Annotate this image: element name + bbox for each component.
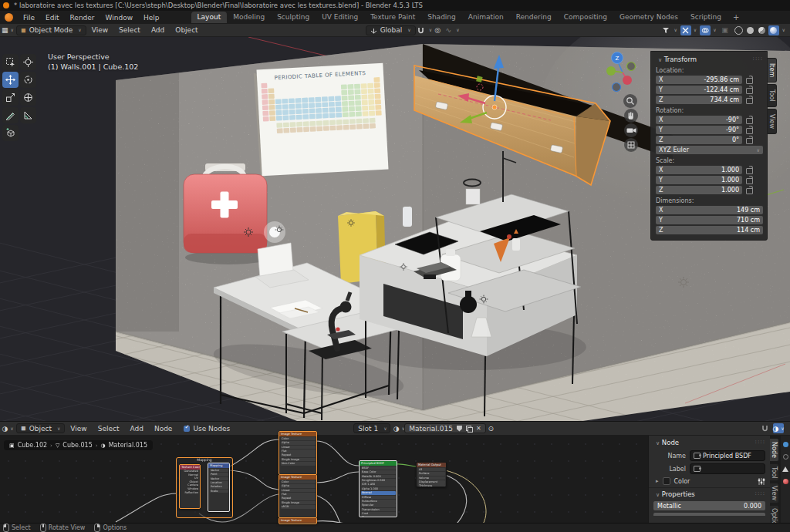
periodic-table-poster[interactable]: PERIODIC TABLE OF ELEMENTS [254,63,389,181]
tab-tool[interactable]: Tool [770,463,779,482]
scene-properties-icon[interactable] [783,454,788,460]
node-header[interactable]: Image Texture [279,475,316,480]
material-browse-icon[interactable]: ◑∨ [393,423,404,433]
dimensions-y-field[interactable]: Y710 cm [656,216,763,224]
node-field[interactable]: IOR 1.450 [361,483,396,487]
tool-select-box[interactable] [2,54,19,70]
tool-rotate[interactable] [20,72,36,88]
node-field[interactable]: Specular [361,503,396,507]
proportional-edit-icon[interactable]: ◎ [432,25,443,35]
shading-material-icon[interactable] [757,25,768,35]
node-header[interactable]: Image Texture [279,432,316,436]
tab-node[interactable]: Node [770,438,779,462]
node-field[interactable]: All [418,468,445,472]
tab-geometry-nodes[interactable]: Geometry Nodes [613,12,684,23]
node-field[interactable]: Sheen [361,516,396,517]
rotation-z-field[interactable]: Z0° [656,136,742,144]
breadcrumb-mesh[interactable]: Cube.015 [62,442,92,449]
tab-animation[interactable]: Animation [462,12,510,23]
tab-compositing[interactable]: Compositing [558,12,613,23]
rotation-mode-dropdown[interactable]: XYZ Euler∨ [656,146,763,154]
tab-view[interactable]: View [768,109,777,134]
node-field[interactable]: Base Color [361,470,396,474]
node-mapping[interactable]: Mapping VectorPointVectorLocationRotatio… [208,463,230,512]
node-field[interactable]: Color [281,480,316,484]
mode-dropdown[interactable]: ◼ Object Mode∨ [16,25,86,35]
sliders-icon[interactable] [758,478,765,485]
node-field[interactable]: Metallic 0.000 [361,475,396,479]
node-field[interactable]: Diffuse [361,496,396,500]
tool-cursor[interactable] [20,54,36,70]
node-field[interactable]: Transmission [361,508,396,512]
node-field[interactable]: Location [210,481,228,485]
location-x-field[interactable]: X-295.86 cm [656,76,742,84]
tab-tool[interactable]: Tool [768,84,777,107]
node-field[interactable]: Rotation [210,485,228,489]
scale-y-field[interactable]: Y1.000 [656,176,742,184]
node-header[interactable]: Material Output [417,463,446,467]
shader-menu-select[interactable]: Select [93,425,125,433]
lock-icon[interactable] [746,98,753,104]
node-field[interactable]: Thickness [418,484,445,487]
node-field[interactable]: Roughness 0.500 [361,479,396,483]
shading-wireframe-icon[interactable] [734,25,744,35]
node-output-socket[interactable]: Reflection [180,491,200,495]
node-field[interactable]: Scale [210,490,228,493]
overlays-toggle-icon[interactable] [700,25,711,35]
node-field[interactable]: Vector [210,469,228,473]
xray-toggle-icon[interactable]: ▣ [720,25,731,35]
tab-item[interactable]: Item [768,58,777,82]
viewport-menu-object[interactable]: Object [170,26,203,34]
menu-help[interactable]: Help [138,14,165,22]
pin-icon[interactable]: ⊙ [484,421,498,436]
menu-render[interactable]: Render [65,14,100,22]
node-texture-coordinate[interactable]: Texture Coordinate GeneratedNormalUVObje… [179,464,201,509]
node-image-texture-2[interactable]: Image Texture ColorAlphaLinearFlatRepeat… [279,474,317,518]
scale-z-field[interactable]: Z1.000 [656,186,742,194]
viewport-menu-select[interactable]: Select [113,26,146,34]
shader-menu-add[interactable]: Add [124,425,148,433]
tab-layout[interactable]: Layout [191,12,228,23]
node-field[interactable]: Surface [418,472,445,476]
lock-icon[interactable] [746,138,753,144]
node-field[interactable]: Repeat [281,497,316,500]
gizmo-y-ball[interactable] [606,66,616,76]
material-properties-icon[interactable] [783,479,788,484]
gizmo-x-ball[interactable] [623,76,632,85]
gizmos-toggle-icon[interactable] [680,25,691,35]
node-field[interactable]: Alpha [281,484,316,488]
snap-magnet-icon[interactable] [416,25,427,35]
node-field[interactable]: Flat [281,493,316,497]
node-field[interactable]: Vector [210,477,228,481]
lock-icon[interactable] [746,78,753,84]
node-label-field[interactable] [690,463,765,474]
lock-icon[interactable] [746,128,753,134]
shader-overlay-icon[interactable]: ◑∨ [773,423,784,433]
shader-mode-dropdown[interactable]: ◼ Object∨ [16,423,65,433]
node-header[interactable]: Principled BSDF [360,461,397,466]
lock-icon[interactable] [746,188,753,194]
node-field[interactable]: Non-Color [281,462,316,466]
shader-editor-type-icon[interactable]: ◑∨ [2,423,13,433]
node-field[interactable]: Single Image [281,501,316,505]
node-field[interactable]: sRGB [281,505,316,509]
render-properties-icon[interactable] [783,442,788,447]
scale-x-field[interactable]: X1.000 [656,166,742,174]
tool-add-cube[interactable] [2,125,19,141]
node-image-texture-3[interactable]: Image Texture [279,517,317,524]
tab-uv-editing[interactable]: UV Editing [316,12,364,23]
transform-orientation-dropdown[interactable]: Global∨ [366,25,416,35]
rotation-x-field[interactable]: X-90° [656,116,742,124]
node-field[interactable]: Volume [418,476,445,480]
node-panel-title[interactable]: ∨ Node [653,439,679,446]
blender-logo-icon[interactable] [5,13,13,22]
node-field[interactable]: Repeat [281,453,316,457]
object-visibility-icon[interactable] [660,25,671,35]
tool-scale[interactable] [2,89,19,106]
material-name-field[interactable]: Material.015 ✕ [404,423,485,433]
lock-icon[interactable] [746,178,753,184]
use-nodes-checkbox[interactable] [184,426,190,432]
mesh-data-icon[interactable] [782,466,788,472]
node-principled-bsdf[interactable]: Principled BSDF BSDFBase ColorMetallic 0… [359,460,397,517]
node-field[interactable]: Linear [281,446,316,450]
